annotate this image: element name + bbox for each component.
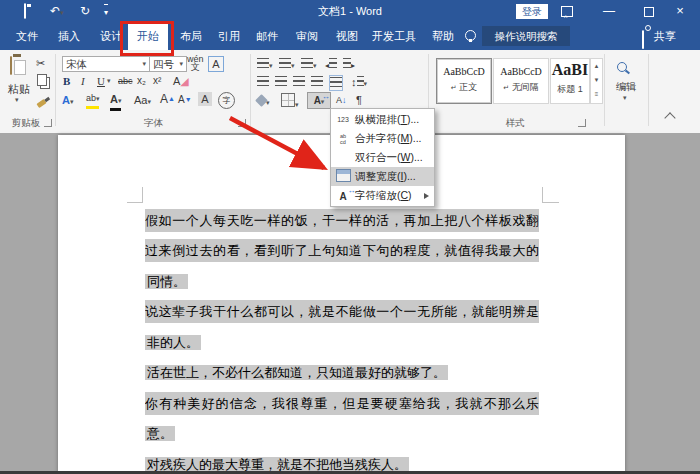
- font-name-combo[interactable]: 宋体▾: [62, 56, 150, 72]
- paste-button[interactable]: [10, 57, 12, 75]
- sort-button[interactable]: A↓: [336, 93, 347, 107]
- cut-icon[interactable]: ✂: [36, 56, 45, 70]
- grow-font-button[interactable]: A▲: [160, 92, 175, 106]
- ribbon-tab-bar: 文件 插入 设计 开始 布局 引用 邮件 审阅 视图 开发工具 帮助 操作说明搜…: [0, 22, 700, 50]
- text-highlight-button[interactable]: ab▾: [86, 91, 100, 109]
- strikethrough-button[interactable]: abc: [118, 74, 133, 88]
- enclose-characters-button[interactable]: 字: [218, 92, 235, 109]
- font-size-combo[interactable]: 四号▾: [149, 56, 187, 72]
- superscript-button[interactable]: x²: [153, 74, 161, 88]
- phonetic-guide-button[interactable]: wén文: [187, 55, 204, 71]
- title-bar: ↶▾ ↻ ▾ 文档1 - Word 登录 — ×: [0, 0, 700, 22]
- menu-item-two-lines-in-one[interactable]: 双行合一(W)...: [331, 148, 434, 167]
- bullets-button[interactable]: ▾: [257, 57, 273, 73]
- align-center-button[interactable]: [275, 75, 287, 89]
- menu-item-horizontal-in-vertical[interactable]: 123 纵横混排(T)...: [331, 110, 434, 129]
- character-scaling-icon: A↔: [331, 190, 355, 202]
- document-line[interactable]: 说这辈子我干什么都可以，就是不能做一个一无所能，就能明辨是: [145, 300, 539, 323]
- sign-in-button[interactable]: 登录: [516, 4, 548, 19]
- annotation-highlight-box: [120, 21, 174, 56]
- distribute-button[interactable]: [329, 75, 343, 91]
- document-line[interactable]: 过来倒过去的看，看到听了上句知道下句的程度，就值得我最大的: [145, 239, 539, 262]
- tab-references[interactable]: 引用: [212, 22, 246, 50]
- clear-formatting-button[interactable]: A◢: [173, 74, 189, 88]
- font-dialog-launcher-icon[interactable]: [238, 119, 246, 127]
- combine-characters-icon: abcd: [331, 133, 355, 145]
- document-line[interactable]: 假如一个人每天吃一样的饭，干一样的活，再加上把八个样板戏翻: [145, 209, 539, 232]
- font-color-button[interactable]: A▾: [110, 92, 121, 111]
- margin-crop-mark: [142, 187, 143, 203]
- tell-me-search[interactable]: 操作说明搜索: [482, 26, 570, 46]
- styles-dialog-launcher-icon[interactable]: [578, 119, 586, 127]
- clipboard-icon: [10, 56, 12, 75]
- change-case-button[interactable]: Aa▾: [134, 93, 151, 109]
- increase-indent-button[interactable]: ▸: [343, 57, 355, 73]
- document-line[interactable]: 你有种美好的信念，我很尊重，但是要硬塞给我，我就不那么乐: [145, 392, 539, 415]
- numbering-button[interactable]: ▾: [279, 57, 295, 73]
- share-button[interactable]: 共享: [654, 22, 684, 50]
- window-title: 文档1 - Word: [0, 0, 700, 22]
- margin-crop-mark: [127, 202, 143, 203]
- styles-gallery-scroll[interactable]: ▲▼≡: [590, 58, 603, 104]
- clipboard-dialog-launcher-icon[interactable]: [44, 119, 52, 127]
- italic-button[interactable]: I: [81, 74, 85, 88]
- submenu-arrow-icon: [424, 193, 429, 199]
- tab-review[interactable]: 审阅: [290, 22, 324, 50]
- tab-file[interactable]: 文件: [8, 22, 46, 50]
- document-line[interactable]: 意。: [145, 422, 539, 445]
- bold-button[interactable]: B: [63, 74, 70, 88]
- find-icon[interactable]: [617, 58, 627, 76]
- tab-layout[interactable]: 布局: [174, 22, 208, 50]
- paste-label[interactable]: 粘贴: [2, 82, 36, 96]
- shading-button[interactable]: ▾: [257, 94, 270, 110]
- multilevel-list-button[interactable]: ▾: [301, 57, 317, 73]
- character-border-button[interactable]: A: [208, 56, 224, 72]
- styles-group-label: 样式: [430, 116, 600, 130]
- menu-item-character-scaling[interactable]: A↔ 字符缩放(C): [331, 186, 434, 205]
- paste-dropdown-icon[interactable]: ▾: [15, 96, 19, 104]
- show-hide-marks-button[interactable]: ¶: [356, 93, 362, 107]
- text-effects-button[interactable]: A▾: [62, 93, 73, 109]
- font-group-label: 字体: [57, 116, 250, 130]
- subscript-button[interactable]: x₂: [137, 74, 146, 88]
- margin-crop-mark: [543, 202, 559, 203]
- underline-button[interactable]: U: [97, 74, 105, 88]
- tab-mailings[interactable]: 邮件: [250, 22, 284, 50]
- horizontal-in-vertical-icon: 123: [331, 116, 355, 123]
- document-line[interactable]: 同情。: [145, 270, 539, 293]
- ribbon-display-options-icon[interactable]: [558, 0, 576, 22]
- justify-button[interactable]: [311, 75, 323, 89]
- style-heading1[interactable]: AaBI 标题 1: [550, 58, 590, 104]
- menu-item-combine-characters[interactable]: abcd 合并字符(M)...: [331, 129, 434, 148]
- underline-dropdown-icon[interactable]: ▾: [107, 77, 111, 85]
- document-line[interactable]: 活在世上，不必什么都知道，只知道最好的就够了。: [145, 361, 539, 384]
- asian-layout-button[interactable]: A↔▾: [307, 92, 331, 109]
- collapse-ribbon-icon[interactable]: [666, 108, 674, 126]
- align-left-button[interactable]: [257, 75, 269, 89]
- align-right-button[interactable]: [293, 75, 305, 89]
- margin-crop-mark: [542, 187, 543, 203]
- borders-button[interactable]: ▾: [281, 93, 299, 112]
- tab-help[interactable]: 帮助: [426, 22, 460, 50]
- style-no-spacing[interactable]: AaBbCcD ↵ 无间隔: [493, 58, 549, 104]
- menu-item-adjust-width[interactable]: 调整宽度(I)...: [331, 167, 434, 186]
- close-icon[interactable]: ×: [671, 0, 689, 22]
- lightbulb-icon: [465, 30, 476, 41]
- editing-button[interactable]: 编辑: [606, 80, 646, 94]
- minimize-icon[interactable]: —: [600, 0, 618, 22]
- line-spacing-button[interactable]: ↕▾: [351, 75, 367, 91]
- tab-developer[interactable]: 开发工具: [366, 22, 422, 50]
- tab-insert[interactable]: 插入: [52, 22, 86, 50]
- copy-icon[interactable]: [37, 72, 47, 90]
- format-painter-icon[interactable]: [37, 92, 46, 110]
- editing-dropdown-icon[interactable]: ▾: [623, 94, 627, 102]
- adjust-width-icon: [331, 169, 355, 184]
- asian-layout-menu: 123 纵横混排(T)... abcd 合并字符(M)... 双行合一(W)..…: [330, 108, 435, 207]
- decrease-indent-button[interactable]: ◂: [325, 57, 337, 73]
- shrink-font-button[interactable]: A▼: [178, 93, 192, 107]
- document-line[interactable]: 非的人。: [145, 331, 539, 354]
- character-shading-button[interactable]: A: [198, 92, 212, 106]
- maximize-icon[interactable]: [640, 0, 658, 22]
- tab-view[interactable]: 视图: [330, 22, 364, 50]
- style-normal[interactable]: AaBbCcD ↵ 正文: [436, 58, 492, 104]
